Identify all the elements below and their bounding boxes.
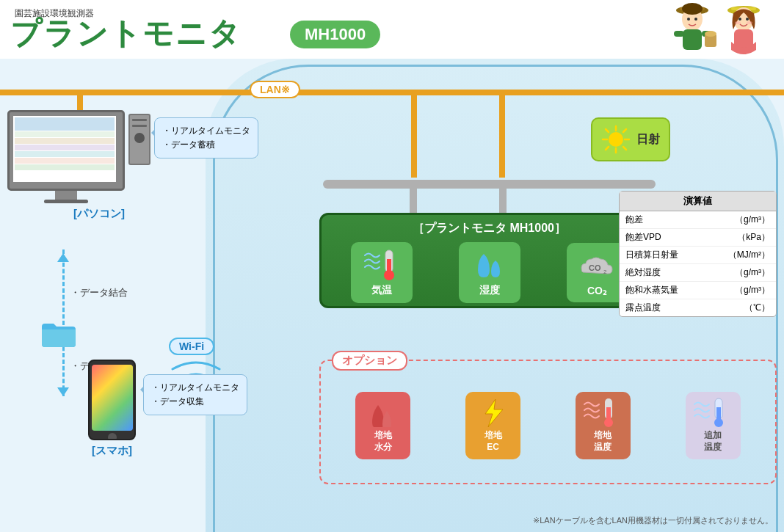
svg-rect-6 [683,29,702,50]
add-thermometer-icon [693,397,733,428]
svg-point-4 [687,18,690,21]
option-water: 培地水分 [355,392,410,459]
humidity-icon-area [468,248,512,281]
soil-thermometer-icon [583,397,623,428]
option-ec: 培地EC [465,392,520,459]
device-title: ［プラントモニタ MH1000］ [327,221,651,236]
lan-drop-center-left [411,90,417,178]
temperature-icon-area [360,248,404,281]
header: 園芸施設環境観測器 プラントモニタ MH1000 [0,0,784,59]
svg-line-26 [623,147,626,150]
computed-table-row-3: 日積算日射量 （MJ/m²） [620,247,776,264]
svg-rect-7 [674,31,684,37]
co2-icon: CO 2 [576,249,620,282]
pc-info-bubble: ・リアルタイムモニタ ・データ蓄積 [154,117,258,158]
option-add-temp: 追加温度 [686,392,741,459]
lan-drop-center-right [499,90,505,178]
option-water-label: 培地水分 [374,430,392,453]
pc-stand [55,191,77,200]
svg-point-15 [746,18,749,21]
computed-table-row-1: 飽差 （g/m³） [620,211,776,229]
header-model: MH1000 [290,21,380,48]
options-label: オプション [332,351,407,371]
pipe-crossbar [323,180,656,189]
svg-marker-35 [485,399,503,427]
solar-section: 日射 [591,117,670,161]
svg-rect-43 [716,412,721,423]
smartphone-section: ・リアルタイムモニタ ・データ収集 [スマホ] [88,360,136,458]
svg-point-10 [705,31,716,37]
svg-text:CO: CO [589,263,601,272]
smartphone [88,360,136,440]
wifi-label: Wi-Fi [169,338,214,355]
options-section: オプション 培地水分 培地EC [319,360,777,484]
svg-point-16 [735,21,741,24]
sensor-temperature: 気温 [351,242,413,303]
pc-section: ・リアルタイムモニタ ・データ蓄積 [パソコン] [7,110,191,221]
characters-illustration [667,0,769,70]
option-add-temp-label: 追加温度 [704,430,722,453]
svg-line-28 [606,147,609,150]
sensor-humidity: 湿度 [459,242,520,303]
option-soil-temp-label: 培地温度 [594,430,611,453]
svg-point-5 [694,18,697,21]
footnote: ※LANケーブルを含むLAN用機器材は一切付属されておりません。 [533,515,773,526]
add-temp-icon [693,398,733,427]
water-drop-icon [365,398,402,427]
sensor-humidity-label: 湿度 [479,284,500,297]
folder-icon [40,319,77,349]
option-soil-temp: 培地温度 [576,392,631,459]
farmers-svg [667,0,773,66]
svg-point-17 [747,21,752,24]
pc-screen [13,116,116,182]
solar-label: 日射 [636,132,660,147]
lan-label: LAN※ [250,81,300,98]
smartphone-screen [92,365,133,431]
svg-point-3 [682,3,703,15]
computed-table-row-6: 露点温度 （℃） [620,299,776,316]
lightning-icon [475,398,512,427]
svg-point-14 [738,18,741,21]
options-items: 培地水分 培地EC [328,368,768,475]
co2-icon-area: CO 2 [576,249,620,282]
soil-temp-icon [583,398,623,427]
humidity-icon [469,248,509,281]
pc-base [44,200,88,203]
svg-line-25 [606,129,609,132]
computed-table-row-5: 飽和水蒸気量 （g/m³） [620,282,776,299]
temperature-icon [363,248,400,281]
smartphone-label: [スマホ] [88,444,136,458]
ec-icon [473,398,513,427]
computed-table-row-2: 飽差VPD （kPa） [620,229,776,247]
computed-table-header: 演算値 [620,192,776,211]
lan-line-horizontal [0,90,784,95]
computed-values-table: 演算値 飽差 （g/m³） 飽差VPD （kPa） 日積算日射量 （MJ/m²）… [619,191,777,317]
option-ec-label: 培地EC [484,430,502,453]
header-title: プラントモニタ [10,13,242,54]
sensor-temperature-label: 気温 [371,284,392,297]
svg-line-27 [623,129,626,132]
solar-box: 日射 [591,117,670,161]
computed-table-row-4: 絶対湿度 （g/m³） [620,264,776,282]
device-sensors: 気温 湿度 CO 2 [327,242,651,303]
sun-icon [601,125,631,154]
svg-text:2: 2 [603,269,607,275]
device-box: ［プラントモニタ MH1000］ 気温 [319,213,659,308]
water-content-icon [363,398,403,427]
data-flow-arrow-down [57,387,69,396]
smartphone-info-bubble: ・リアルタイムモニタ ・データ収集 [143,374,247,415]
smartphone-home-button [108,433,117,440]
svg-point-20 [609,132,623,147]
pc-monitor [7,110,125,191]
pc-tower [128,114,150,165]
svg-rect-32 [387,263,391,275]
pc-label: [パソコン] [7,207,191,221]
sensor-co2-label: CO₂ [587,285,607,296]
svg-rect-39 [606,412,611,423]
data-label-join: ・データ結合 [70,286,128,299]
